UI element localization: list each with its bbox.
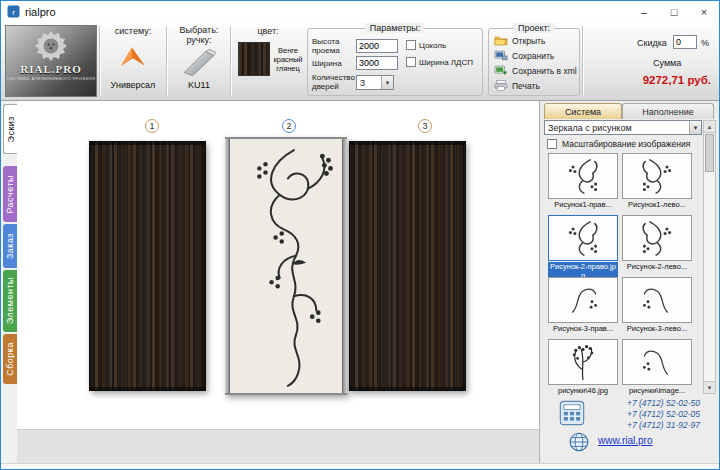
door-panel-2[interactable]: [225, 137, 347, 395]
phone-line: +7 (4712) 52-02-50: [590, 398, 700, 409]
pattern-thumb-1[interactable]: Рисунок1-прав...: [548, 153, 618, 209]
sidebar-item-calculations[interactable]: Расчеты: [3, 166, 17, 222]
ornament-thumb-icon: [639, 156, 675, 196]
open-project-button[interactable]: Открыть: [494, 34, 578, 47]
handle-profile-icon[interactable]: [181, 48, 217, 76]
scroll-down-icon[interactable]: ▼: [704, 381, 715, 393]
pattern-thumb-2[interactable]: Рисунок1-лево...: [622, 153, 692, 209]
save-xml-button[interactable]: Сохранить в xml: [494, 64, 578, 77]
maximize-button[interactable]: □: [659, 1, 689, 22]
total-price: 9272,71 руб.: [589, 74, 711, 86]
print-label: Печать: [512, 81, 540, 91]
print-button[interactable]: Печать: [494, 79, 578, 92]
ldsp-checkbox[interactable]: [406, 57, 416, 67]
doors-count-select[interactable]: 3 ▼: [356, 75, 394, 90]
pattern-thumb-2-label: Рисунок1-лево...: [622, 200, 692, 209]
discount-label: Скидка: [637, 38, 667, 48]
app-icon: r: [7, 5, 20, 18]
minimize-button[interactable]: –: [629, 1, 659, 22]
logo: RIAL.PRO СИСТЕМЫ АЛЮМИНИЕВОГО ПРОФИЛЯ: [5, 25, 97, 97]
svg-text:r: r: [12, 8, 15, 17]
open-project-label: Открыть: [512, 36, 545, 46]
plinth-label: Цоколь: [419, 41, 446, 50]
phone-numbers: +7 (4712) 52-02-50 +7 (4712) 52-02-05 +7…: [590, 398, 700, 431]
doors-count-value: 3: [360, 78, 365, 88]
pattern-thumb-5-label: Рисунок-3-прав...: [548, 324, 618, 333]
sidebar-item-order[interactable]: Заказ: [3, 224, 17, 268]
ornament-thumb-icon: [639, 218, 675, 258]
handle-label-2: ручку:: [168, 35, 230, 45]
ornament-thumb-icon: [565, 342, 601, 382]
color-swatch[interactable]: [238, 42, 270, 76]
divider: [230, 26, 231, 96]
sum-label: Сумма: [653, 58, 681, 68]
sidebar-calculations-label: Расчеты: [5, 175, 15, 214]
pattern-thumb-6[interactable]: Рисунок-3-лево...: [622, 277, 692, 333]
sidebar-assembly-label: Сборка: [5, 342, 15, 376]
system-label: систему:: [101, 26, 165, 36]
doors-count-label: Количество дверей: [312, 73, 356, 91]
save-project-button[interactable]: Сохранить: [494, 49, 578, 62]
ornament-thumb-icon: [565, 280, 601, 320]
height-input[interactable]: [356, 39, 398, 53]
color-label: цвет:: [232, 26, 304, 36]
toolbar: RIAL.PRO СИСТЕМЫ АЛЮМИНИЕВОГО ПРОФИЛЯ си…: [1, 22, 719, 101]
pattern-thumb-8[interactable]: рисунки\image...: [622, 339, 692, 395]
sidebar-order-label: Заказ: [5, 233, 15, 259]
category-value: Зеркала с рисунком: [548, 123, 632, 133]
thumbnail-scrollbar[interactable]: ▲ ▼: [703, 120, 716, 394]
app-window: r rialpro – □ × RIAL.PRO СИСТЕМЫ АЛЮМИНИ…: [0, 0, 720, 470]
door-3-number: 3: [418, 119, 432, 133]
tab-system[interactable]: Система: [544, 103, 622, 119]
scroll-up-icon[interactable]: ▲: [704, 121, 715, 133]
title-bar: r rialpro – □ ×: [1, 1, 719, 22]
window-title: rialpro: [25, 6, 56, 18]
divider: [582, 26, 583, 96]
door-panel-3[interactable]: [349, 141, 466, 391]
close-button[interactable]: ×: [689, 1, 719, 22]
sidebar-item-assembly[interactable]: Сборка: [3, 334, 17, 384]
chevron-down-icon: ▼: [381, 76, 393, 89]
sidebar-item-sketch[interactable]: Эскиз: [3, 104, 17, 154]
printer-icon: [494, 80, 508, 91]
handle-value[interactable]: KU11: [168, 80, 230, 90]
pattern-thumb-3[interactable]: Рисунок-2-право.jpg: [548, 215, 618, 280]
parameters-title: Параметры:: [366, 23, 424, 33]
door-2-left-rail: [225, 139, 230, 393]
ldsp-label: Ширина ЛДСП: [419, 58, 473, 67]
canvas-floor: [17, 429, 539, 463]
save-project-label: Сохранить: [512, 51, 554, 61]
scale-image-checkbox[interactable]: [547, 139, 557, 149]
door-panel-1[interactable]: [89, 141, 206, 391]
pattern-thumb-7-label: рисунки\46.jpg: [548, 386, 618, 395]
handle-label-1: Выбрать:: [168, 25, 230, 35]
sidebar-sketch-label: Эскиз: [6, 116, 16, 143]
status-bar: [1, 463, 719, 469]
scrollbar-thumb[interactable]: [705, 134, 714, 172]
discount-input[interactable]: [673, 35, 697, 49]
plinth-checkbox[interactable]: [406, 40, 416, 50]
save-icon: [494, 50, 508, 61]
door-2-number: 2: [282, 119, 296, 133]
category-dropdown[interactable]: Зеркала с рисунком ▼: [544, 120, 702, 135]
project-group: Проект: Открыть Сохранить: [488, 28, 580, 96]
project-title: Проект:: [514, 23, 554, 33]
open-folder-icon: [494, 35, 508, 46]
website-link[interactable]: www.rial.pro: [598, 435, 652, 446]
save-xml-icon: [494, 65, 508, 76]
pattern-thumb-4[interactable]: Рисунок-2-лево...: [622, 215, 692, 271]
tab-filling[interactable]: Наполнение: [622, 103, 714, 119]
design-canvas[interactable]: 1 2 3: [17, 101, 539, 463]
sidebar-item-elements[interactable]: Элементы: [3, 270, 17, 332]
phone-line: +7 (4712) 52-02-05: [590, 409, 700, 420]
height-label: Высота проема: [312, 37, 356, 55]
system-icon[interactable]: [119, 44, 147, 68]
system-value[interactable]: Универсал: [101, 80, 165, 90]
tab-system-label: Система: [565, 107, 601, 117]
sidebar-elements-label: Элементы: [5, 277, 15, 324]
pattern-thumb-5[interactable]: Рисунок-3-прав...: [548, 277, 618, 333]
pattern-thumb-7[interactable]: рисунки\46.jpg: [548, 339, 618, 395]
width-input[interactable]: [356, 56, 398, 70]
globe-icon: [568, 431, 590, 453]
divider: [166, 26, 167, 96]
